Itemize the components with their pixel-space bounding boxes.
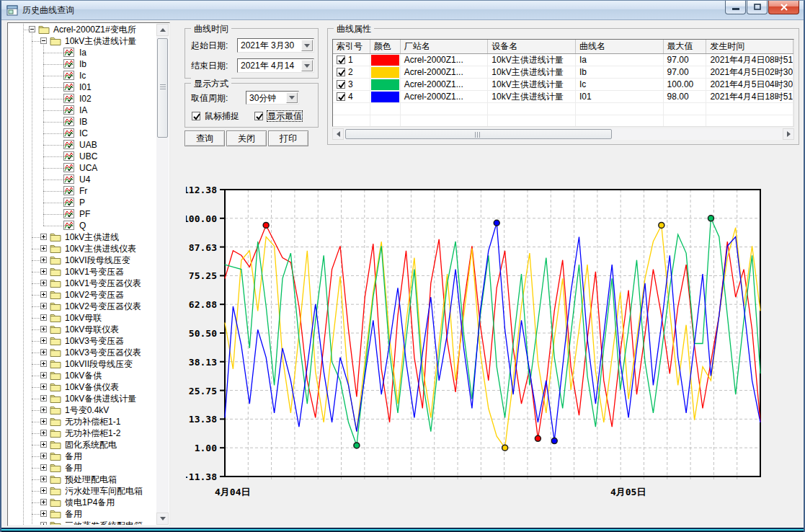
tree-node-curve[interactable]: IB (9, 116, 156, 128)
column-header[interactable]: 索引号 (333, 40, 370, 53)
expand-icon[interactable] (40, 234, 47, 240)
expand-icon[interactable] (40, 522, 47, 525)
curve-visible-checkbox[interactable] (337, 68, 345, 76)
expand-icon[interactable] (40, 245, 47, 252)
collapse-icon[interactable] (29, 26, 35, 32)
tree-node-folder[interactable]: 10kV备供进线计量 (9, 393, 156, 404)
expand-icon[interactable] (40, 291, 47, 298)
tree-node-folder[interactable]: 10kV1号变压器 (9, 266, 156, 278)
end-date-dropdown-button[interactable] (301, 60, 313, 71)
print-button[interactable]: 打印 (268, 130, 308, 146)
expand-icon[interactable] (40, 257, 47, 263)
table-row[interactable]: 1Acrel-2000Z1...10kV主供进线计量Ia97.002021年4月… (333, 54, 793, 66)
column-header[interactable]: 曲线名 (576, 40, 664, 53)
close-dialog-button[interactable]: 关闭 (226, 130, 267, 146)
expand-icon[interactable] (40, 360, 47, 367)
query-button[interactable]: 查询 (184, 130, 225, 146)
expand-icon[interactable] (40, 280, 47, 286)
tree-node-folder[interactable]: 备用 (9, 451, 156, 462)
tree-node-curve[interactable]: Q (9, 220, 156, 231)
tree-node-folder[interactable]: 备用 (9, 508, 156, 520)
tree-vertical-scrollbar[interactable] (156, 24, 169, 525)
tree-node-metering-group[interactable]: 10kV主供进线计量 (9, 35, 156, 47)
expand-icon[interactable] (40, 337, 47, 344)
expand-icon[interactable] (40, 453, 47, 459)
collapse-icon[interactable] (40, 37, 47, 44)
tree-node-folder[interactable]: 10kV3号变压器仪表 (9, 347, 156, 358)
show-extremes-label[interactable]: 显示最值 (267, 111, 302, 121)
expand-icon[interactable] (40, 384, 47, 390)
end-date-combo[interactable]: 2021年 4月14 (237, 58, 314, 73)
tree-node-curve[interactable]: U4 (9, 174, 156, 185)
column-header[interactable]: 厂站名 (401, 40, 489, 53)
curve-visible-checkbox[interactable] (337, 56, 345, 64)
expand-icon[interactable] (40, 268, 47, 275)
sample-period-dropdown-button[interactable] (286, 92, 298, 103)
mouse-capture-checkbox[interactable] (192, 112, 200, 120)
expand-icon[interactable] (40, 510, 47, 517)
expand-icon[interactable] (40, 326, 47, 332)
start-date-combo[interactable]: 2021年 3月30 (237, 38, 314, 53)
table-row[interactable]: 2Acrel-2000Z1...10kV主供进线计量Ib97.002021年4月… (333, 66, 793, 79)
scroll-right-button[interactable] (783, 128, 794, 140)
column-header[interactable]: 发生时间 (706, 40, 793, 53)
tree-node-folder[interactable]: 10kV2号变压器 (9, 289, 156, 301)
show-extremes-checkbox[interactable] (254, 112, 263, 120)
tree-node-folder[interactable]: 10kV母联仪表 (9, 324, 156, 335)
tree-node-substation[interactable]: Acrel-2000Z1#变电所 (9, 24, 156, 35)
expand-icon[interactable] (40, 407, 47, 413)
tree-node-curve[interactable]: UBC (9, 151, 156, 162)
tree-node-folder[interactable]: 10kVII段母线压变 (9, 358, 156, 370)
tree-node-curve[interactable]: I02 (9, 93, 156, 105)
column-header[interactable]: 颜色 (370, 40, 401, 53)
expand-icon[interactable] (40, 372, 47, 378)
expand-icon[interactable] (40, 303, 47, 309)
tree-node-folder[interactable]: 10kV备供仪表 (9, 381, 156, 393)
expand-icon[interactable] (40, 441, 47, 448)
tree-node-folder[interactable]: 无功补偿柜1-1 (9, 416, 156, 427)
expand-icon[interactable] (40, 464, 47, 471)
tree-node-folder[interactable]: 10kV备供 (9, 370, 156, 381)
scroll-down-button[interactable] (156, 513, 169, 525)
tree-node-folder[interactable]: 备用 (9, 462, 156, 474)
tree-node-curve[interactable]: UAB (9, 139, 156, 151)
tree-node-folder[interactable]: 三效蒸发系统配电箱 (9, 520, 156, 525)
tree-node-folder[interactable]: 1号变0.4kV (9, 404, 156, 416)
mouse-capture-label[interactable]: 鼠标捕捉 (205, 111, 239, 121)
scroll-left-button[interactable] (332, 128, 344, 140)
scroll-up-button[interactable] (156, 24, 169, 36)
tree-node-curve[interactable]: PF (9, 208, 156, 220)
tree-node-curve[interactable]: UCA (9, 162, 156, 174)
restore-button[interactable] (747, 1, 768, 14)
curve-visible-checkbox[interactable] (337, 92, 345, 101)
expand-icon[interactable] (40, 395, 47, 402)
tree-node-folder[interactable]: 10kV主供进线仪表 (9, 243, 156, 254)
tree-node-curve[interactable]: I01 (9, 81, 156, 93)
column-header[interactable]: 最大值 (664, 40, 707, 53)
sample-period-combo[interactable]: 30分钟 (246, 91, 299, 105)
expand-icon[interactable] (40, 499, 47, 505)
table-scroll-thumb[interactable] (345, 129, 612, 139)
tree-node-folder[interactable]: 10kV3号变压器 (9, 335, 156, 347)
minimize-button[interactable] (725, 1, 746, 14)
tree-node-curve[interactable]: Ia (9, 47, 156, 58)
title-bar[interactable]: 历史曲线查询 (1, 1, 804, 20)
table-row[interactable]: 3Acrel-2000Z1...10kV主供进线计量Ic100.002021年4… (333, 79, 793, 91)
tree-node-folder[interactable]: 10kV2号变压器仪表 (9, 301, 156, 312)
expand-icon[interactable] (40, 487, 47, 494)
tree-node-folder[interactable]: 10kVI段母线压变 (9, 254, 156, 266)
tree-node-curve[interactable]: IC (9, 128, 156, 139)
tree-node-folder[interactable]: 10kV主供进线 (9, 231, 156, 243)
expand-icon[interactable] (40, 418, 47, 425)
table-row[interactable]: 4Acrel-2000Z1...10kV主供进线计量I0198.002021年4… (333, 91, 793, 103)
tree-node-folder[interactable]: 10kV1号变压器仪表 (9, 278, 156, 289)
tree-node-curve[interactable]: P (9, 197, 156, 208)
tree-node-folder[interactable]: 污水处理车间配电箱 (9, 485, 156, 497)
table-horizontal-scrollbar[interactable] (332, 128, 794, 140)
expand-icon[interactable] (40, 314, 47, 321)
curve-visible-checkbox[interactable] (337, 80, 345, 89)
tree-node-folder[interactable]: 馈电1P4备用 (9, 497, 156, 508)
expand-icon[interactable] (40, 476, 47, 482)
tree-node-folder[interactable]: 固化系统配电 (9, 439, 156, 451)
expand-icon[interactable] (40, 349, 47, 355)
